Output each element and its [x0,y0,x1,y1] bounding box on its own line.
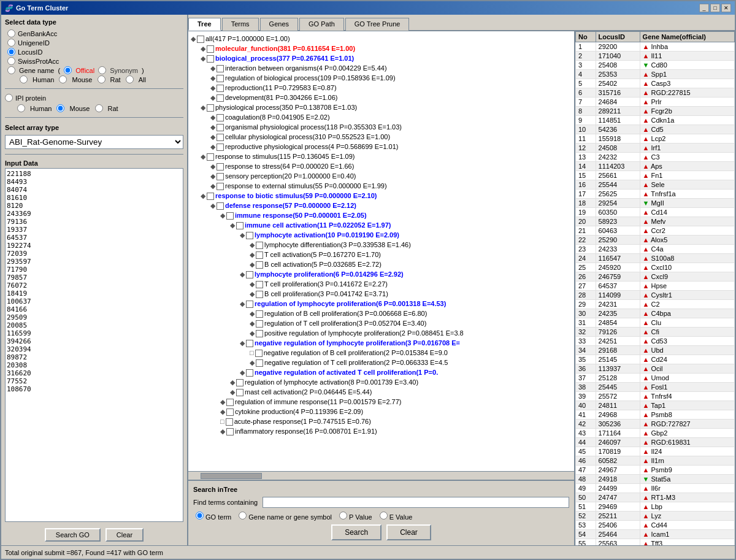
table-row[interactable]: 28 114099 ▲ Cysltr1 [576,291,735,300]
tree-item[interactable]: ◆regulation of immune response(11 P=0.00… [191,397,572,407]
table-row[interactable]: 41 24968 ▲ Psmb8 [576,410,735,420]
table-row[interactable]: 2 171040 ▲ Il11 [576,52,735,61]
radio-unigene[interactable] [7,39,15,47]
search-go-button[interactable]: Search GO [45,528,101,542]
table-row[interactable]: 38 25445 ▲ Fosl1 [576,383,735,392]
table-row[interactable]: 55 25563 ▲ Tff3 [576,539,735,546]
radio-go-term[interactable] [196,512,204,520]
tree-item[interactable]: ◆cellular physiological process(310 P=0.… [191,132,572,142]
table-row[interactable]: 53 25406 ▲ Cd44 [576,521,735,530]
table-row[interactable]: 3 25408 ▼ Cd80 [576,61,735,70]
table-row[interactable]: 19 60350 ▲ Cd14 [576,208,735,217]
radio-genbank[interactable] [7,29,15,37]
table-row[interactable]: 23 24233 ▲ C4a [576,245,735,254]
radio-ipi-rat[interactable] [95,104,103,112]
tree-item[interactable]: ◆regulation of lymphocyte proliferation(… [191,299,572,309]
tree-item[interactable]: ◆reproduction(11 P=0.729583 E=0.87) [191,83,572,93]
tree-item[interactable]: ◆B cell activation(5 P=0.032685 E=2.72) [191,259,572,269]
table-scroll[interactable]: No LocusID Gene Name(official) 1 29200 ▲… [575,31,735,545]
table-row[interactable]: 36 113937 ▲ Ocil [576,364,735,374]
maximize-button[interactable]: □ [710,4,720,12]
tree-item[interactable]: ◆regulation of T cell proliferation(3 P=… [191,318,572,328]
tree-item[interactable]: ◆physiological process(350 P=0.138708 E=… [191,102,572,112]
table-row[interactable]: 13 24232 ▲ C3 [576,153,735,162]
table-row[interactable]: 31 24854 ▲ Clu [576,318,735,328]
radio-ipi[interactable] [5,94,13,102]
table-row[interactable]: 21 60463 ▲ Ccr2 [576,226,735,236]
table-row[interactable]: 6 315716 ▲ RGD:227815 [576,88,735,98]
table-row[interactable]: 49 24499 ▲ Il6r [576,484,735,493]
tree-item[interactable]: ◆biological_process(377 P=0.267641 E=1.0… [191,53,572,63]
tree-item[interactable]: □acute-phase response(1 P=0.747515 E=0.7… [191,416,572,426]
table-row[interactable]: 4 25353 ▲ Spp1 [576,70,735,79]
tree-item[interactable]: ◆immune response(50 P=0.000001 E=2.05) [191,210,572,220]
tree-item[interactable]: ◆negative regulation of activated T cell… [191,367,572,377]
table-row[interactable]: 7 24684 ▲ Prlr [576,98,735,107]
tree-item[interactable]: ◆lymphocyte activation(10 P=0.019190 E=2… [191,230,572,240]
table-row[interactable]: 5 25402 ▲ Casp3 [576,79,735,88]
table-row[interactable]: 45 170819 ▲ Il24 [576,447,735,456]
radio-gene-name[interactable] [239,512,247,520]
tree-item[interactable]: ◆inflammatory response(16 P=0.008701 E=1… [191,426,572,436]
radio-gene-rat[interactable] [98,75,105,83]
table-row[interactable]: 25 245920 ▲ Cxcl10 [576,263,735,272]
tree-item[interactable]: ◆cytokine production(4 P=0.119396 E=2.09… [191,407,572,416]
table-row[interactable]: 15 25661 ▲ Fn1 [576,171,735,180]
minimize-button[interactable]: _ [699,4,709,12]
table-row[interactable]: 12 24508 ▲ Irf1 [576,144,735,153]
tree-item[interactable]: ◆sensory perception(20 P=1.000000 E=0.40… [191,171,572,181]
table-row[interactable]: 33 24251 ▲ Cd53 [576,337,735,346]
tree-item[interactable]: ◆positive regulation of lymphocyte proli… [191,328,572,338]
table-row[interactable]: 54 25464 ▲ Icam1 [576,530,735,539]
table-row[interactable]: 22 25290 ▲ Alox5 [576,236,735,245]
radio-official[interactable] [64,66,72,74]
tree-item[interactable]: ◆lymphocyte differentiation(3 P=0.339538… [191,240,572,250]
tree-item[interactable]: ◆development(81 P=0.304266 E=1.06) [191,93,572,102]
table-row[interactable]: 16 25544 ▲ Sele [576,180,735,190]
tree-item[interactable]: ◆regulation of biological process(109 P=… [191,73,572,83]
tree-item[interactable]: ◆coagulation(8 P=0.041905 E=2.02) [191,112,572,122]
hscroll-thumb[interactable] [201,473,262,479]
table-row[interactable]: 17 25625 ▲ Tnfrsf1a [576,190,735,199]
table-row[interactable]: 40 24811 ▲ Tap1 [576,401,735,410]
tree-scroll[interactable]: ◆all(417 P=1.000000 E=1.00)◆molecular_fu… [188,31,574,471]
table-row[interactable]: 20 58923 ▲ Mefv [576,217,735,226]
table-row[interactable]: 43 171164 ▲ Gbp2 [576,429,735,438]
tree-item[interactable]: ◆B cell proliferation(3 P=0.041742 E=3.7… [191,289,572,299]
table-row[interactable]: 37 25128 ▲ Umod [576,374,735,383]
table-row[interactable]: 50 24747 ▲ RT1-M3 [576,493,735,502]
tree-item[interactable]: ◆molecular_function(381 P=0.611654 E=1.0… [191,44,572,53]
table-row[interactable]: 14 1114203 ▲ Aps [576,162,735,171]
table-row[interactable]: 24 116547 ▲ S100a8 [576,254,735,263]
radio-ipi-mouse[interactable] [56,104,64,112]
table-row[interactable]: 39 25572 ▲ Tnfrsf4 [576,392,735,401]
radio-gene-human[interactable] [20,75,28,83]
find-input[interactable] [263,497,569,508]
table-row[interactable]: 10 54236 ▲ Cd5 [576,125,735,134]
tab-terms[interactable]: Terms [222,18,259,31]
table-row[interactable]: 29 24231 ▲ C2 [576,300,735,309]
tree-item[interactable]: ◆mast cell activation(2 P=0.046445 E=5.4… [191,387,572,397]
table-row[interactable]: 32 79126 ▲ Cfi [576,328,735,337]
tree-item[interactable]: □negative regulation of B cell prolifera… [191,348,572,358]
tab-gotreeprune[interactable]: GO Tree Prune [345,18,410,31]
table-row[interactable]: 51 29469 ▲ Lbp [576,502,735,512]
table-row[interactable]: 27 64537 ▲ Hpse [576,282,735,291]
table-row[interactable]: 11 155918 ▲ Lcp2 [576,134,735,144]
table-row[interactable]: 8 289211 ▲ Fcgr2b [576,107,735,116]
table-row[interactable]: 35 25145 ▲ Cd24 [576,355,735,364]
table-row[interactable]: 1 29200 ▲ Inhba [576,42,735,52]
tree-item[interactable]: ◆negative regulation of T cell prolifera… [191,358,572,367]
tree-item[interactable]: ◆reproductive physiological process(4 P=… [191,142,572,152]
table-row[interactable]: 30 24235 ▲ C4bpa [576,309,735,318]
table-row[interactable]: 47 24967 ▲ Psmb9 [576,466,735,475]
tree-item[interactable]: ◆all(417 P=1.000000 E=1.00) [191,34,572,44]
tree-item[interactable]: ◆response to stimulus(115 P=0.136045 E=1… [191,152,572,161]
table-row[interactable]: 52 25211 ▲ Lyz [576,512,735,521]
tree-item[interactable]: ◆response to stress(64 P=0.000020 E=1.66… [191,161,572,171]
table-row[interactable]: 9 114851 ▲ Cdkn1a [576,116,735,125]
radio-pvalue[interactable] [339,512,347,520]
table-row[interactable]: 48 24918 ▼ Stat5a [576,475,735,484]
tree-item[interactable]: ◆response to biotic stimulus(59 P=0.0000… [191,191,572,201]
radio-gene-all[interactable] [126,75,134,83]
